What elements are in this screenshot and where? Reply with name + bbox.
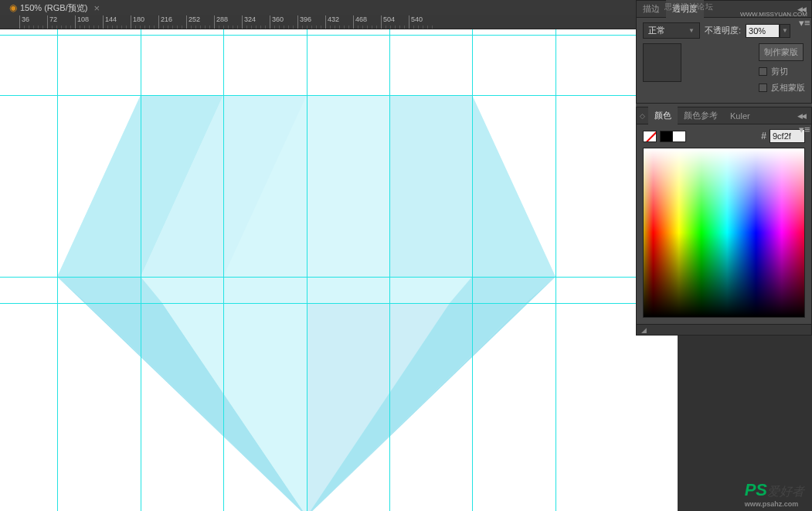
ruler-tick: 396 [297,15,311,29]
guide-vertical[interactable] [307,29,307,511]
blend-mode-dropdown[interactable]: 正常 ▼ [643,22,700,39]
ruler-tick: 324 [242,15,256,29]
chevron-down-icon: ▼ [688,27,695,34]
hex-hash-label: # [761,131,766,141]
tab-kuler[interactable]: Kuler [724,108,756,124]
ruler-tick: 288 [214,15,228,29]
app-icon: ◉ [9,2,17,13]
watermark-bottom: PS爱好者 www.psahz.com [745,480,804,508]
color-panel: ◇ 颜色 颜色参考 Kuler ◀◀ ▾≡ # ◢ [636,107,812,336]
footer-handle-icon[interactable]: ◢ [641,326,647,334]
opacity-thumbnail[interactable] [643,43,681,82]
watermark-text: 思缘设计论坛 [664,2,713,12]
ruler-tick: 252 [186,15,200,29]
clip-checkbox-row[interactable]: 剪切 [759,66,805,77]
guide-vertical[interactable] [389,29,390,511]
ruler-tick: 432 [325,15,339,29]
opacity-stepper[interactable]: ▼ [780,24,790,38]
panel-column: 描边 透明度 ◀◀ ▾≡ 正常 ▼ 不透明度: ▼ 制作蒙版 [636,0,812,336]
panel-menu-icon[interactable]: ▾≡ [799,19,810,30]
watermark-url-top: WWW.MISSYUAN.COM [740,11,807,18]
ruler-tick: 108 [75,15,89,29]
color-panel-footer: ◢ [637,324,811,335]
link-icon[interactable]: ◇ [637,112,648,120]
ruler-tick: 360 [270,15,284,29]
ruler-tick: 144 [103,15,117,29]
guide-vertical[interactable] [57,29,58,511]
document-tab-title: 150% (RGB/预览) [20,2,87,14]
ruler-tick: 180 [131,15,144,29]
guide-vertical[interactable] [472,29,473,511]
tab-stroke[interactable]: 描边 [637,0,666,18]
fill-swatch-none[interactable] [643,131,657,142]
invert-checkbox[interactable] [759,83,767,92]
guide-vertical[interactable] [223,29,224,511]
opacity-input[interactable] [746,24,780,38]
svg-marker-9 [162,303,307,511]
panel-menu-icon[interactable]: ▾≡ [799,126,810,137]
ruler-tick: 504 [381,15,395,29]
tab-color-guide[interactable]: 颜色参考 [678,107,724,124]
color-spectrum[interactable] [643,148,805,318]
invert-checkbox-row[interactable]: 反相蒙版 [759,82,805,94]
watermark-url-bottom: www.psahz.com [745,500,804,508]
ruler-tick: 216 [158,15,172,29]
watermark-ps: PS [745,480,767,499]
guide-vertical[interactable] [555,29,556,511]
ruler-tick: 540 [409,15,423,29]
diamond-shape [0,29,695,511]
opacity-label: 不透明度: [705,25,741,36]
guide-vertical[interactable] [141,29,141,511]
color-tab-strip: ◇ 颜色 颜色参考 Kuler ◀◀ [637,107,811,124]
close-icon[interactable]: × [93,2,100,14]
clip-checkbox[interactable] [759,67,767,76]
fill-swatch-white[interactable] [672,131,686,142]
invert-label: 反相蒙版 [771,82,805,94]
tab-color[interactable]: 颜色 [648,107,678,124]
svg-marker-3 [307,95,389,277]
blend-mode-value: 正常 [648,25,665,36]
svg-marker-10 [307,303,450,511]
ruler-tick: 468 [353,15,367,29]
svg-marker-5 [472,95,555,277]
clip-label: 剪切 [771,66,788,77]
document-tab[interactable]: ◉ 150% (RGB/预览) × [3,1,106,15]
svg-marker-4 [389,95,472,277]
make-mask-button[interactable]: 制作蒙版 [759,43,804,61]
watermark-cn: 爱好者 [767,485,804,498]
collapse-icon[interactable]: ◀◀ [797,112,805,120]
